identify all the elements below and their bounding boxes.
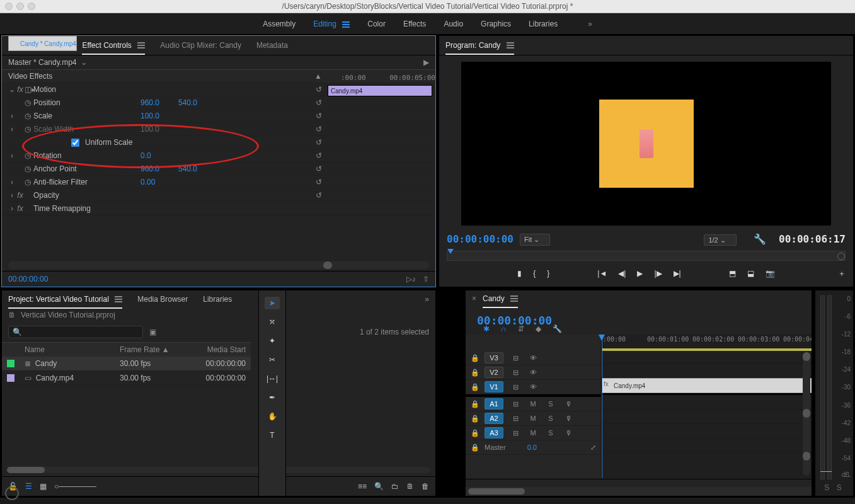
workspace-graphics[interactable]: Graphics xyxy=(481,20,511,28)
track-v3[interactable]: 🔒V3⊟👁 xyxy=(466,351,601,365)
reset-icon[interactable]: ↺ xyxy=(316,112,322,120)
stopwatch-icon[interactable]: ◷ xyxy=(25,112,33,120)
reset-icon[interactable]: ↺ xyxy=(316,98,322,107)
scrollbar-horizontal[interactable] xyxy=(7,467,430,473)
play-button[interactable]: ▶ xyxy=(637,269,643,278)
track-tag[interactable]: V2 xyxy=(485,367,503,378)
scrollbar-horizontal[interactable] xyxy=(466,487,812,496)
extract-button[interactable]: ⬓ xyxy=(747,269,754,278)
new-bin-button[interactable]: 🗀 xyxy=(391,482,399,491)
instance-clip-label[interactable]: Candy * Candy.mp4 xyxy=(8,36,77,51)
scrollbar-horizontal[interactable] xyxy=(8,261,429,269)
timeline-track-area[interactable]: :00:00 00:00:01:00 00:00:02:00 00:00:03:… xyxy=(602,335,812,478)
window-traffic-lights[interactable] xyxy=(5,3,35,10)
mute-button[interactable]: M xyxy=(527,400,539,408)
pen-tool[interactable]: ✒ xyxy=(265,391,280,404)
icon-view-button[interactable]: ▦ xyxy=(40,482,47,491)
value-position-x[interactable]: 960.0 xyxy=(141,98,178,107)
eye-icon[interactable]: 👁 xyxy=(527,383,539,391)
track-tag[interactable]: A3 xyxy=(485,427,503,438)
tab-project[interactable]: Project: Vertical Video Tutorial xyxy=(8,291,122,309)
uniform-scale-checkbox[interactable]: Uniform Scale xyxy=(69,137,132,149)
reset-icon[interactable]: ↺ xyxy=(316,191,322,200)
menu-icon[interactable] xyxy=(137,42,145,49)
mic-icon[interactable]: 🎙 xyxy=(563,415,574,422)
overflow-icon[interactable]: » xyxy=(425,295,429,304)
workspace-audio[interactable]: Audio xyxy=(444,20,463,28)
effect-opacity[interactable]: ›fx Opacity ↺ xyxy=(2,189,435,202)
twirl-icon[interactable]: › xyxy=(8,112,16,120)
expand-icon[interactable]: ⤢ xyxy=(590,444,596,452)
ruler-endcap[interactable] xyxy=(837,253,845,260)
lane-a3[interactable] xyxy=(602,424,812,438)
collapse-icon[interactable]: ▲ xyxy=(314,72,322,81)
effect-time-remapping[interactable]: ›fx Time Remapping xyxy=(2,202,435,215)
solo-button[interactable]: S xyxy=(545,429,556,437)
stopwatch-icon[interactable]: ◷ xyxy=(25,98,33,107)
value-position-y[interactable]: 540.0 xyxy=(178,98,216,107)
stopwatch-icon[interactable]: ◷ xyxy=(25,151,33,160)
value-anchor-x[interactable]: 960.0 xyxy=(141,164,178,173)
tab-program[interactable]: Program: Candy xyxy=(445,37,514,55)
filter-bin-icon[interactable]: ▣ xyxy=(149,328,156,336)
track-v2[interactable]: 🔒V2⊟👁 xyxy=(466,365,601,380)
stopwatch-icon[interactable]: ◷ xyxy=(25,178,33,186)
master-level[interactable]: 0.0 xyxy=(527,444,537,451)
slip-tool[interactable]: |↔| xyxy=(265,372,280,385)
zoom-window-icon[interactable] xyxy=(28,3,35,10)
col-media-start[interactable]: Media Start xyxy=(189,345,246,354)
export-icon[interactable]: ⇪ xyxy=(423,275,429,284)
track-tag[interactable]: V1 xyxy=(485,381,503,392)
play-icon[interactable]: ▶ xyxy=(423,58,429,67)
lock-icon[interactable]: 🔒 xyxy=(471,429,478,437)
new-item-button[interactable]: 🗎 xyxy=(406,482,414,491)
lock-icon[interactable]: 🔒 xyxy=(471,369,478,377)
solo-button[interactable]: S xyxy=(545,400,556,408)
motion-box-icon[interactable]: ◫▸ xyxy=(25,85,33,94)
track-master[interactable]: 🔒Master0.0⤢ xyxy=(466,440,601,455)
lane-a2[interactable] xyxy=(602,410,812,424)
mark-out-button[interactable]: } xyxy=(547,269,549,278)
resolution-dropdown[interactable]: 1/2 ⌄ xyxy=(704,234,736,246)
reset-icon[interactable]: ↺ xyxy=(316,138,322,147)
value-rotation[interactable]: 0.0 xyxy=(141,151,178,160)
scrollbar-vertical[interactable] xyxy=(803,352,810,476)
marker-icon[interactable]: ◆ xyxy=(536,324,541,333)
mic-icon[interactable]: 🎙 xyxy=(563,429,574,437)
menu-icon[interactable] xyxy=(507,42,514,49)
track-v1[interactable]: 🔒V1⊟👁 xyxy=(466,380,601,394)
track-select-tool[interactable]: ⤱ xyxy=(265,316,280,328)
lane-v1[interactable]: fx Candy.mp4 xyxy=(602,378,812,392)
razor-tool[interactable]: ✂ xyxy=(265,353,280,366)
close-tab-icon[interactable]: × xyxy=(472,294,476,303)
value-antiflicker[interactable]: 0.00 xyxy=(141,178,178,186)
col-name[interactable]: Name xyxy=(25,345,120,354)
lane-v3[interactable] xyxy=(602,349,812,364)
current-timecode[interactable]: 00:00:00:00 xyxy=(8,275,48,284)
minimize-window-icon[interactable] xyxy=(16,3,24,10)
lock-icon[interactable]: 🔒 xyxy=(471,415,478,423)
add-marker-button[interactable]: ▮ xyxy=(517,269,522,278)
lock-icon[interactable]: 🔒 xyxy=(471,400,478,408)
stopwatch-icon[interactable]: ◷ xyxy=(25,164,33,173)
zoom-slider[interactable]: ○─────── xyxy=(54,482,96,491)
workspace-overflow-icon[interactable]: » xyxy=(588,20,592,28)
program-timecode[interactable]: 00:00:00:00 xyxy=(447,234,514,244)
value-anchor-y[interactable]: 540.0 xyxy=(178,164,216,173)
twirl-icon[interactable]: ⌄ xyxy=(8,85,16,94)
find-icon[interactable]: 🔍 xyxy=(374,482,384,491)
hand-tool[interactable]: ✋ xyxy=(265,410,280,423)
search-input[interactable]: 🔍 xyxy=(8,326,143,338)
timeline-playhead[interactable] xyxy=(602,335,602,478)
snap-icon[interactable]: ✱ xyxy=(483,324,490,333)
workspace-color[interactable]: Color xyxy=(367,20,386,28)
button-editor-icon[interactable]: ＋ xyxy=(838,268,846,279)
mark-in-button[interactable]: { xyxy=(533,269,536,278)
track-a1[interactable]: 🔒A1⊟MS🎙 xyxy=(466,397,601,411)
label-color[interactable] xyxy=(7,360,14,367)
col-frame-rate[interactable]: Frame Rate ▲ xyxy=(120,345,189,354)
export-frame-button[interactable]: 📷 xyxy=(766,269,775,278)
lock-icon[interactable]: 🔒 xyxy=(471,444,478,452)
lane-a1[interactable] xyxy=(602,395,812,410)
mute-button[interactable]: M xyxy=(527,415,539,422)
